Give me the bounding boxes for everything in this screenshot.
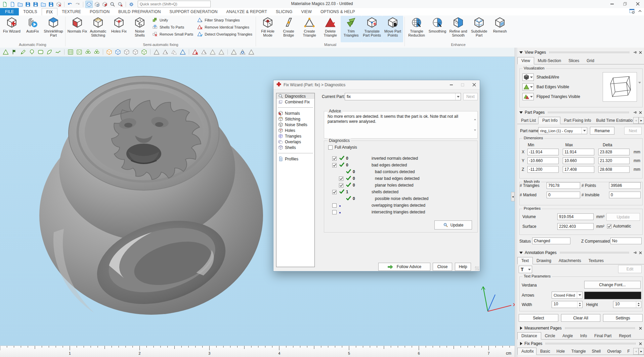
folder-import-icon[interactable] — [40, 1, 47, 8]
menu-item-options-help[interactable]: OPTIONS & HELP — [316, 8, 359, 15]
tab-angle[interactable]: Angle — [559, 333, 576, 339]
triangle-layers-tool-icon[interactable] — [170, 48, 178, 56]
document-icon[interactable] — [9, 1, 16, 8]
ribbon-button-trim-triangles[interactable]: Trim Triangles — [341, 16, 361, 42]
surface-field[interactable]: 2292.403 — [557, 223, 594, 230]
close-icon[interactable] — [631, 0, 644, 8]
min-field[interactable]: -10.660 — [527, 157, 559, 164]
flower-tool-icon[interactable] — [93, 48, 100, 56]
cube-magnifier-icon[interactable] — [94, 1, 100, 8]
max-field[interactable]: 11.914 — [563, 149, 594, 155]
tab-scroll-right-icon[interactable]: ► — [639, 117, 644, 124]
menu-item-slicing[interactable]: SLICING — [271, 8, 297, 15]
floppy-export-icon[interactable] — [48, 1, 54, 8]
zoom-cube-icon[interactable] — [85, 1, 93, 8]
tab-text[interactable]: Text — [517, 257, 533, 264]
part-name-select[interactable]: ring_Lion (1) - Copy — [538, 127, 587, 134]
wave-tool-icon[interactable] — [54, 48, 62, 56]
menu-item-tools[interactable]: TOOLS — [19, 8, 41, 15]
dialog-title-bar[interactable]: Fix Wizard (Part: fix) > Diagnostics — [273, 80, 480, 90]
menu-item-build-preparation[interactable]: BUILD PREPARATION — [114, 8, 165, 15]
tab-distance[interactable]: Distance — [517, 332, 541, 340]
rename-button[interactable]: Rename — [590, 127, 614, 135]
ribbon-button-fix-wizard[interactable]: Fix Wizard — [1, 16, 22, 42]
pencil-tool-icon[interactable] — [19, 48, 27, 56]
chevron-down-icon[interactable] — [577, 292, 582, 298]
cube-gray-tool-icon[interactable] — [123, 48, 130, 56]
round-rect-tool-icon[interactable] — [37, 48, 44, 56]
part-pages-header[interactable]: Part Pages — [517, 109, 644, 116]
menu-item-support-generation[interactable]: SUPPORT GENERATION — [165, 8, 222, 15]
chevron-down-icon[interactable] — [527, 266, 532, 273]
tab-scroll-right-icon[interactable]: ► — [639, 348, 644, 355]
cube-green-tool-icon[interactable] — [140, 48, 148, 56]
menu-item-position[interactable]: POSITION — [85, 8, 114, 15]
visualization-mode-button[interactable] — [522, 93, 534, 100]
max-field[interactable]: 17.408 — [563, 166, 594, 173]
grid-tool-icon[interactable] — [67, 48, 74, 56]
next-button[interactable]: Next — [463, 93, 478, 100]
next-button[interactable]: Next — [624, 127, 642, 135]
current-part-select[interactable]: fix — [345, 93, 461, 100]
fix-wizard-dialog[interactable]: Fix Wizard (Part: fix) > Diagnostics Dia… — [273, 80, 480, 271]
ribbon-button-automatic-stitching[interactable]: Automatic Stitching — [88, 16, 109, 42]
close-icon[interactable] — [639, 251, 642, 254]
minimize-icon[interactable] — [606, 0, 618, 8]
pin-icon[interactable] — [633, 110, 637, 114]
chevron-down-icon[interactable] — [455, 93, 461, 100]
width-stepper[interactable]: 10 — [552, 301, 583, 308]
help-button[interactable]: Help — [455, 263, 471, 271]
flag-tool-icon[interactable] — [11, 48, 18, 56]
diagnostic-checkbox[interactable] — [332, 190, 337, 194]
close-icon[interactable] — [639, 111, 642, 114]
collapse-ribbon-icon[interactable] — [638, 9, 642, 14]
cube-orange-tool-icon[interactable] — [105, 48, 113, 56]
diagnostic-checkbox[interactable] — [332, 156, 337, 161]
floppy-save-icon[interactable] — [25, 1, 31, 8]
tab-hole[interactable]: Hole — [553, 348, 568, 355]
change-font-button[interactable]: Change Font... — [584, 281, 641, 289]
triangle-delete-tool-icon[interactable] — [191, 48, 199, 56]
quick-search-input[interactable] — [138, 1, 211, 7]
ribbon-button-noise-shells[interactable]: Noise Shells — [129, 16, 150, 42]
annotation-pages-header[interactable]: Annotation Pages — [517, 249, 644, 256]
triangle-mark-tool-icon[interactable] — [200, 48, 208, 56]
wizard-page-shells[interactable]: Shells — [276, 145, 314, 150]
orientation-cube-preview[interactable] — [603, 72, 637, 102]
select-button[interactable]: Select — [519, 314, 558, 322]
measurement-pages-header[interactable]: Measurement Pages — [517, 325, 644, 332]
ribbon-button-triangle-reduction[interactable]: Triangle Reduction — [406, 16, 427, 42]
diagnostic-checkbox[interactable] — [332, 210, 337, 214]
diagnostic-checkbox[interactable] — [332, 203, 337, 208]
cube-close-icon[interactable] — [55, 1, 62, 8]
wizard-page-diagnostics[interactable]: Diagnostics — [276, 93, 314, 99]
undo-arrow-icon[interactable] — [67, 1, 73, 8]
triangle-gray-tool-icon[interactable] — [209, 48, 216, 56]
view-pages-header[interactable]: View Pages — [517, 49, 644, 56]
tab-part-fixing-info[interactable]: Part Fixing Info — [560, 117, 593, 124]
clear-all-button[interactable]: Clear All — [561, 314, 601, 322]
advice-scroll-up-icon[interactable] — [474, 114, 476, 119]
tab-final-part[interactable]: Final Part — [591, 333, 615, 339]
follow-advice-button[interactable]: Follow Advice — [378, 263, 430, 271]
wizard-page-holes[interactable]: Holes — [276, 128, 314, 133]
tab-circle[interactable]: Circle — [541, 333, 559, 339]
advice-scroll-down-icon[interactable] — [474, 131, 476, 136]
cube-red-icon[interactable] — [101, 1, 108, 8]
restore-icon[interactable] — [618, 0, 631, 8]
triangle-outline-tool-icon[interactable] — [248, 48, 255, 56]
gear-icon[interactable] — [128, 1, 135, 8]
triangle-outline-tool-icon[interactable] — [153, 48, 160, 56]
wizard-page-noise-shells[interactable]: Noise Shells — [276, 122, 314, 128]
wizard-page-profiles[interactable]: Profiles — [276, 156, 314, 162]
diagnostic-checkbox[interactable] — [339, 176, 343, 181]
ribbon-button-remove-small-parts[interactable]: Remove Small Parts — [152, 31, 193, 37]
triangle-outline-tool-icon[interactable] — [230, 48, 238, 56]
delta-field[interactable]: 21.320 — [598, 157, 630, 164]
close-icon[interactable] — [639, 342, 642, 345]
dialog-restore-icon[interactable] — [457, 80, 468, 89]
tab-part-info[interactable]: Part Info — [538, 117, 560, 124]
height-stepper[interactable]: 10 — [613, 301, 641, 308]
tab-report[interactable]: Report — [615, 333, 635, 339]
ribbon-button-remove-identical-triangles[interactable]: Remove Identical Triangles — [197, 24, 252, 30]
